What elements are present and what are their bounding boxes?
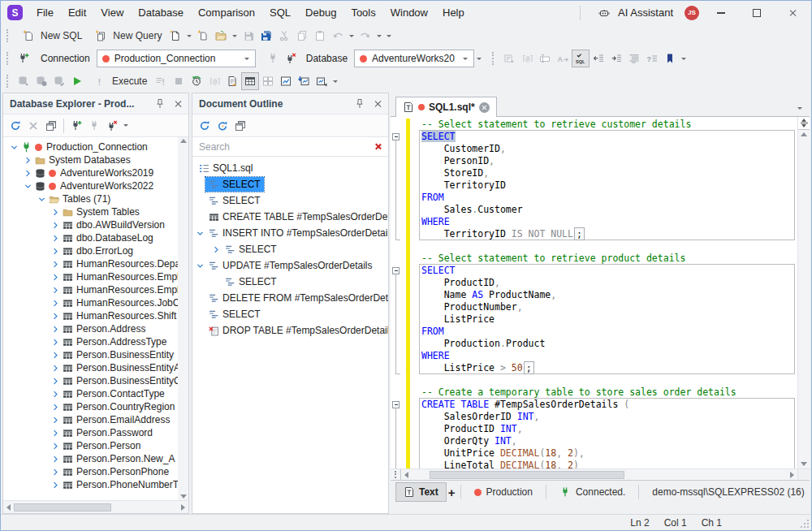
code-line[interactable]: -- Select statement to retrieve customer…	[391, 119, 797, 131]
copy-icon[interactable]	[293, 27, 311, 45]
toolbar-grip[interactable]	[6, 29, 11, 42]
pin-icon[interactable]	[151, 95, 169, 113]
code-line[interactable]: StoreID,	[391, 167, 797, 179]
menu-item-debug[interactable]: Debug	[298, 1, 343, 24]
code-line[interactable]: FROM	[391, 326, 797, 338]
new-view-button[interactable]: +	[448, 482, 456, 502]
chevron-down-icon[interactable]	[194, 228, 205, 238]
outline-tree-item[interactable]: INSERT INTO #TempSalesOrderDetails	[192, 225, 388, 241]
outline-tree-item[interactable]: UPDATE #TempSalesOrderDetails	[192, 257, 388, 274]
code-line[interactable]: CustomerID,	[391, 143, 797, 155]
refresh-icon[interactable]	[196, 117, 214, 135]
chevron-down-icon[interactable]	[194, 261, 205, 270]
outline-tree-item[interactable]: SELECT	[192, 176, 388, 192]
explorer-tree-item[interactable]: Person.Address	[3, 322, 178, 335]
new-window-icon[interactable]	[42, 117, 60, 135]
chevron-right-icon[interactable]	[22, 168, 33, 178]
chevron-right-icon[interactable]	[50, 220, 61, 230]
decrease-indent-icon[interactable]	[590, 50, 607, 67]
code-line[interactable]: WHERE	[391, 350, 797, 362]
query-plan-icon[interactable]	[223, 72, 241, 90]
explorer-tree-item[interactable]: Person.PersonPhone	[3, 465, 178, 478]
menu-item-file[interactable]: File	[29, 1, 61, 24]
outline-tree-item[interactable]: SELECT	[192, 274, 388, 290]
new-connection-icon[interactable]	[67, 117, 85, 135]
code-line[interactable]	[391, 240, 797, 253]
auto-refresh-icon[interactable]	[214, 117, 231, 135]
sql-syntax-check-toggle[interactable]: SQL	[572, 50, 590, 67]
split-editor-button[interactable]	[798, 117, 810, 130]
code-line[interactable]: Production.Product	[391, 338, 797, 350]
delete-icon[interactable]	[24, 117, 42, 135]
database-combobox[interactable]: AdventureWorks20...	[354, 50, 474, 67]
explorer-tree-item[interactable]: HumanResources.JobC	[3, 296, 178, 309]
bookmark-icon[interactable]	[661, 50, 679, 67]
format-code-icon[interactable]	[625, 50, 643, 67]
explorer-tree-item[interactable]: Person.PhoneNumberT	[3, 478, 178, 491]
explorer-tree-item[interactable]: HumanResources.Empl	[3, 270, 178, 283]
code-line[interactable]: -- Select statement to retrieve product …	[391, 253, 797, 265]
query-history-icon[interactable]	[188, 72, 205, 90]
explorer-tree-item[interactable]: Person.EmailAddress	[3, 413, 178, 426]
chevron-right-icon[interactable]	[50, 363, 61, 373]
code-line[interactable]: ListPrice	[391, 313, 797, 326]
connect-icon[interactable]	[85, 117, 103, 135]
scroll-up-arrow[interactable]	[180, 139, 187, 143]
explorer-tree-item[interactable]: HumanResources.Shift	[3, 309, 178, 322]
explorer-tree-item[interactable]: dbo.ErrorLog	[3, 244, 178, 257]
chevron-right-icon[interactable]	[50, 389, 61, 399]
new-document-icon[interactable]	[166, 27, 184, 45]
code-line[interactable]: -- Create a temporary table to store sal…	[391, 386, 797, 399]
scroll-up-arrow[interactable]	[801, 132, 807, 136]
code-line[interactable]: SELECT	[391, 131, 797, 143]
explorer-tree-item[interactable]: System Tables	[3, 205, 178, 218]
toolbar-grip[interactable]	[6, 52, 11, 65]
code-area[interactable]: -- Select statement to retrieve customer…	[391, 117, 797, 468]
code-line[interactable]: SalesOrderID INT,	[391, 411, 797, 423]
vertical-split-handle[interactable]	[391, 469, 401, 481]
explorer-tree-item[interactable]: Production_Connection	[3, 140, 178, 153]
connected-status-item[interactable]: Connected.	[551, 486, 633, 498]
explorer-tree-item[interactable]: Person.Password	[3, 426, 178, 439]
disconnect-icon[interactable]	[282, 50, 300, 67]
code-line[interactable]: ProductID INT,	[391, 423, 797, 435]
code-line[interactable]: ProductID,	[391, 277, 797, 289]
toggle-comment-icon[interactable]: ?	[643, 50, 661, 67]
code-line[interactable]: UnitPrice DECIMAL(18, 2),	[391, 447, 797, 460]
explorer-tree-item[interactable]: Person.BusinessEntity	[3, 348, 178, 361]
editor-horizontal-scrollbar[interactable]	[391, 468, 810, 480]
new-file-icon[interactable]	[194, 27, 212, 45]
execute-to-file-icon[interactable]: !	[152, 72, 170, 90]
explorer-tree-item[interactable]: Person.BusinessEntityA	[3, 361, 178, 374]
pin-icon[interactable]	[351, 95, 369, 113]
user-avatar-badge[interactable]: JS	[685, 6, 699, 20]
chevron-right-icon[interactable]	[210, 244, 222, 254]
scroll-down-arrow[interactable]	[801, 462, 807, 466]
chevron-right-icon[interactable]	[50, 337, 61, 347]
redo-dropdown[interactable]	[374, 32, 384, 40]
explorer-tree-item[interactable]: Person.AddressType	[3, 335, 178, 348]
chevron-down-icon[interactable]	[22, 181, 33, 191]
explorer-close-icon[interactable]	[174, 100, 182, 108]
minimize-button[interactable]	[707, 2, 735, 24]
disconnect-icon[interactable]	[103, 117, 121, 135]
explorer-tree-item[interactable]: Person.BusinessEntityC	[3, 374, 178, 387]
outline-tree-item[interactable]: CREATE TABLE #TempSalesOrderDetails	[192, 209, 388, 225]
document-tab-sql1[interactable]: SQL1.sql*	[395, 97, 497, 117]
toolbar-grip[interactable]	[6, 75, 11, 88]
explorer-tree-item[interactable]: HumanResources.Empl	[3, 283, 178, 296]
explorer-tree-item[interactable]: HumanResources.Depa	[3, 257, 178, 270]
connect-icon[interactable]	[264, 50, 282, 67]
increase-indent-icon[interactable]	[607, 50, 625, 67]
connection-toolbar-overflow[interactable]	[474, 55, 484, 63]
edit-toolbar-overflow[interactable]	[679, 55, 689, 63]
menu-item-view[interactable]: View	[93, 1, 131, 24]
execute-toolbar-overflow[interactable]	[330, 78, 340, 85]
chevron-right-icon[interactable]	[50, 402, 61, 412]
tab-close-icon[interactable]	[479, 102, 490, 113]
save-all-icon[interactable]	[257, 27, 275, 45]
explorer-tree-item[interactable]: Person.ContactType	[3, 387, 178, 400]
open-file-icon[interactable]	[212, 27, 230, 45]
collapse-region-icon[interactable]	[392, 401, 400, 408]
outline-tree-item[interactable]: SELECT	[192, 192, 388, 209]
